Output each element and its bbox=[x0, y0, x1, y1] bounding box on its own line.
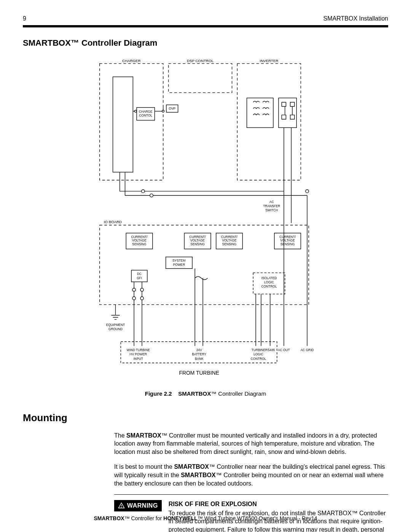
p2a: It is best to mount the bbox=[114, 463, 174, 470]
controller-diagram-svg: CHARGER DSP CONTROL INVERTER CHARGE CONT… bbox=[84, 56, 327, 384]
label-cv3c: SENSING bbox=[222, 242, 236, 246]
label-dcgfi-1: DC bbox=[137, 272, 142, 276]
label-cv2a: CURRENT/ bbox=[190, 235, 206, 239]
svg-point-39 bbox=[132, 288, 135, 291]
svg-point-42 bbox=[140, 297, 143, 300]
label-tl-2: LOGIC bbox=[253, 352, 263, 356]
label-cv2c: SENSING bbox=[190, 242, 205, 246]
footer-c: HONEYWELL bbox=[163, 515, 197, 521]
mounting-p1: The SMARTBOX™ Controller must be mounted… bbox=[114, 431, 388, 456]
label-eqg-2: GROUND bbox=[108, 327, 123, 331]
svg-point-9 bbox=[162, 110, 164, 112]
label-iso-2: LOGIC bbox=[264, 280, 274, 284]
mounting-body: The SMARTBOX™ Controller must be mounted… bbox=[114, 431, 388, 488]
label-cv1a: CURRENT/ bbox=[131, 235, 148, 239]
label-bat-2: BATTERY bbox=[192, 352, 206, 356]
svg-rect-11 bbox=[247, 98, 274, 128]
footer-b: ™ Controller for bbox=[124, 515, 164, 521]
label-charger: CHARGER bbox=[122, 59, 141, 63]
label-syspower-2: POWER bbox=[173, 263, 185, 267]
running-head: SMARTBOX Installation bbox=[323, 15, 388, 22]
figure-number: Figure 2.2 bbox=[145, 390, 172, 397]
warning-icon bbox=[118, 502, 125, 509]
label-charge-control-2: CONTOL bbox=[139, 113, 153, 117]
warning-title: RISK OF FIRE OR EXPLOSION bbox=[169, 500, 388, 508]
label-tl-1: TURBINE bbox=[252, 348, 266, 352]
label-cv1c: SENSING bbox=[132, 242, 147, 246]
label-ac-transfer-2: TRANSFER bbox=[263, 204, 280, 208]
section-title: SMARTBOX™ Controller Diagram bbox=[23, 38, 388, 48]
label-from-turbine: FROM TURBINE bbox=[179, 370, 220, 376]
label-cv3b: VOLTAGE bbox=[222, 238, 237, 242]
page-footer: SMARTBOX™ Controller for HONEYWELL™ Wind… bbox=[23, 515, 388, 521]
label-cv4b: VOLTAGE bbox=[280, 238, 295, 242]
svg-point-23 bbox=[150, 194, 153, 197]
p2b: SMARTBOX bbox=[174, 463, 209, 470]
label-acout: AC OUT bbox=[278, 348, 290, 352]
p2d: SMARTBOX bbox=[181, 472, 216, 478]
label-wt-1: WIND TURBINE bbox=[127, 348, 150, 352]
label-wt-2: HV POWER bbox=[130, 352, 147, 356]
label-ac-transfer-3: SWITCH bbox=[265, 208, 278, 212]
label-ovp: OVP bbox=[169, 107, 176, 110]
svg-point-41 bbox=[132, 297, 135, 300]
warning-block: WARNING RISK OF FIRE OR EXPLOSION To red… bbox=[114, 494, 388, 532]
label-iso-1: ISOLATED bbox=[261, 276, 277, 280]
label-cv2b: VOLTAGE bbox=[190, 238, 205, 242]
label-dcgfi-2: GFI bbox=[137, 276, 142, 280]
label-cv3a: CURRENT/ bbox=[221, 235, 238, 239]
label-charge-control-1: CHARGE bbox=[139, 110, 153, 113]
svg-point-6 bbox=[135, 110, 137, 112]
label-tl-3: CONTROL bbox=[251, 357, 266, 361]
label-cv4a: CURRENT/ bbox=[279, 235, 296, 239]
label-eqg-1: EQUIPMENT bbox=[106, 323, 125, 327]
label-wt-3: INPUT bbox=[134, 357, 143, 361]
page: 9 SMARTBOX Installation SMARTBOX™ Contro… bbox=[0, 0, 411, 532]
label-acgrid: AC GRID bbox=[301, 348, 314, 352]
svg-point-28 bbox=[306, 190, 309, 193]
figure-caption: Figure 2.2 SMARTBOX™ Controller Diagram bbox=[84, 390, 327, 397]
figure-title-bold: SMARTBOX bbox=[178, 390, 211, 397]
page-number: 9 bbox=[23, 15, 26, 22]
label-io-board: IO BOARD bbox=[104, 220, 122, 224]
label-ac-transfer-1: AC bbox=[269, 200, 274, 204]
footer-a: SMARTBOX bbox=[94, 515, 124, 521]
mounting-heading: Mounting bbox=[23, 412, 388, 424]
svg-rect-1 bbox=[169, 64, 232, 93]
label-inverter: INVERTER bbox=[260, 59, 278, 63]
svg-point-22 bbox=[142, 190, 145, 193]
p1a: The bbox=[114, 432, 126, 439]
label-bat-1: 24V bbox=[196, 348, 202, 352]
svg-rect-3 bbox=[113, 77, 133, 172]
svg-point-40 bbox=[140, 288, 143, 291]
label-iso-3: CONTROL bbox=[261, 284, 277, 288]
label-syspower-1: SYSTEM bbox=[172, 259, 185, 262]
mounting-p2: It is best to mount the SMARTBOX™ Contro… bbox=[114, 463, 388, 487]
p1b: SMARTBOX bbox=[126, 432, 161, 439]
label-bat-3: BANK bbox=[195, 357, 204, 361]
svg-point-51 bbox=[121, 507, 122, 508]
label-cv4c: SENSING bbox=[280, 242, 295, 246]
header-rule bbox=[23, 25, 388, 27]
controller-diagram: CHARGER DSP CONTROL INVERTER CHARGE CONT… bbox=[84, 56, 327, 397]
warning-badge: WARNING bbox=[114, 500, 162, 511]
label-rs485: RS485 bbox=[265, 348, 275, 352]
svg-rect-0 bbox=[100, 64, 163, 180]
footer-d: ™ Wind Turbine WT6500 Owner's Manual - R… bbox=[198, 515, 317, 521]
warning-badge-text: WARNING bbox=[127, 502, 158, 509]
label-cv1b: VOLTAGE bbox=[132, 238, 147, 242]
page-header: 9 SMARTBOX Installation bbox=[23, 15, 388, 22]
label-dsp-control: DSP CONTROL bbox=[187, 59, 214, 63]
